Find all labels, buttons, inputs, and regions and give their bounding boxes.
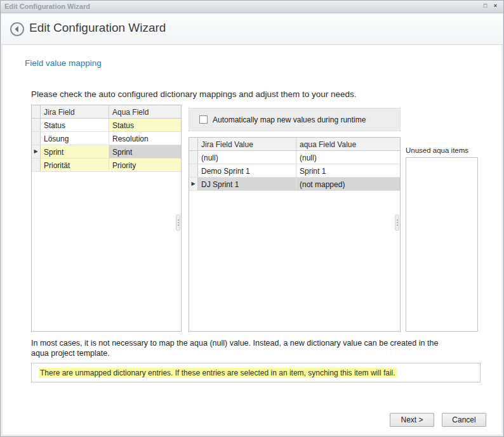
field-mapping-table: Jira Field Aqua Field Status Status Lösu…: [31, 105, 182, 332]
aqua-field-cell[interactable]: Sprint: [109, 145, 181, 158]
jira-value-cell[interactable]: DJ Sprint 1: [198, 178, 296, 190]
row-selector[interactable]: [189, 164, 198, 177]
window-title: Edit Configuration Wizard: [4, 3, 90, 10]
warning-text: There are unmapped dictionary entries. I…: [39, 368, 397, 378]
aqua-field-cell[interactable]: Resolution: [109, 132, 181, 145]
next-button[interactable]: Next >: [390, 413, 434, 427]
wizard-header: Edit Configuration Wizard: [1, 13, 503, 45]
table-row[interactable]: Lösung Resolution: [32, 132, 181, 145]
aqua-field-cell[interactable]: Status: [109, 119, 181, 131]
edit-configuration-wizard-window: Edit Configuration Wizard □ × Edit Confi…: [0, 0, 504, 437]
footnote-text: In most cases, it is not necessary to ma…: [31, 338, 449, 358]
row-header-corner: [32, 105, 41, 118]
row-header-corner: [189, 138, 198, 150]
maximize-button[interactable]: □: [481, 2, 489, 10]
row-selector[interactable]: [32, 159, 41, 171]
row-selector[interactable]: ▶: [32, 145, 41, 158]
window-controls: □ ×: [481, 2, 500, 10]
column-header-jira-field[interactable]: Jira Field: [41, 105, 109, 118]
aqua-value-cell[interactable]: Sprint 1: [296, 164, 400, 177]
table-row-selected[interactable]: ▶ DJ Sprint 1 (not mapped): [189, 178, 400, 191]
table-row-selected[interactable]: ▶ Sprint Sprint: [32, 145, 181, 159]
table-row[interactable]: (null) (null): [189, 151, 400, 164]
section-title: Field value mapping: [25, 58, 102, 68]
row-selector-arrow-icon: ▶: [189, 178, 197, 190]
auto-map-checkbox-label: Automatically map new values during runt…: [213, 115, 366, 124]
column-header-aqua-field[interactable]: Aqua Field: [109, 105, 181, 118]
aqua-field-cell[interactable]: Priority: [109, 159, 181, 171]
arrow-left-circle-icon: [10, 22, 25, 37]
instruction-text: Please check the auto configured diction…: [31, 89, 357, 99]
maximize-icon: □: [484, 3, 487, 9]
page-title: Edit Configuration Wizard: [29, 21, 166, 35]
row-selector[interactable]: [32, 132, 41, 145]
field-table-header-row: Jira Field Aqua Field: [32, 105, 181, 119]
jira-field-cell[interactable]: Sprint: [41, 145, 109, 158]
row-selector[interactable]: ▶: [189, 178, 198, 190]
jira-value-cell[interactable]: (null): [198, 151, 296, 164]
jira-value-cell[interactable]: Demo Sprint 1: [198, 164, 296, 177]
unused-aqua-items-listbox[interactable]: [406, 157, 478, 332]
column-header-aqua-field-value[interactable]: aqua Field Value: [296, 138, 400, 150]
aqua-value-cell[interactable]: (not mapped): [296, 178, 400, 190]
aqua-value-cell[interactable]: (null): [296, 151, 400, 164]
table-row[interactable]: Demo Sprint 1 Sprint 1: [189, 164, 400, 178]
table-row[interactable]: Status Status: [32, 119, 181, 132]
unused-aqua-items-label: Unused aqua items: [406, 147, 468, 154]
jira-field-cell[interactable]: Priorität: [41, 159, 109, 171]
auto-map-checkbox[interactable]: [199, 115, 208, 124]
value-table-header-row: Jira Field Value aqua Field Value: [189, 138, 400, 151]
field-table-scrollbar[interactable]: [176, 214, 180, 231]
titlebar[interactable]: Edit Configuration Wizard □ ×: [1, 1, 503, 13]
value-table-scrollbar[interactable]: [395, 214, 399, 231]
auto-map-option-panel[interactable]: Automatically map new values during runt…: [189, 108, 401, 131]
cancel-button[interactable]: Cancel: [442, 413, 486, 427]
row-selector[interactable]: [189, 151, 198, 164]
row-selector-arrow-icon: ▶: [32, 145, 40, 158]
jira-field-cell[interactable]: Lösung: [41, 132, 109, 145]
close-icon: ×: [494, 3, 497, 9]
column-header-jira-field-value[interactable]: Jira Field Value: [198, 138, 296, 150]
row-selector[interactable]: [32, 119, 41, 131]
jira-field-cell[interactable]: Status: [41, 119, 109, 131]
back-button[interactable]: [10, 22, 25, 37]
close-button[interactable]: ×: [491, 2, 500, 10]
warning-box: There are unmapped dictionary entries. I…: [31, 363, 481, 382]
value-mapping-table: Jira Field Value aqua Field Value (null)…: [189, 137, 401, 332]
table-row[interactable]: Priorität Priority: [32, 159, 181, 172]
